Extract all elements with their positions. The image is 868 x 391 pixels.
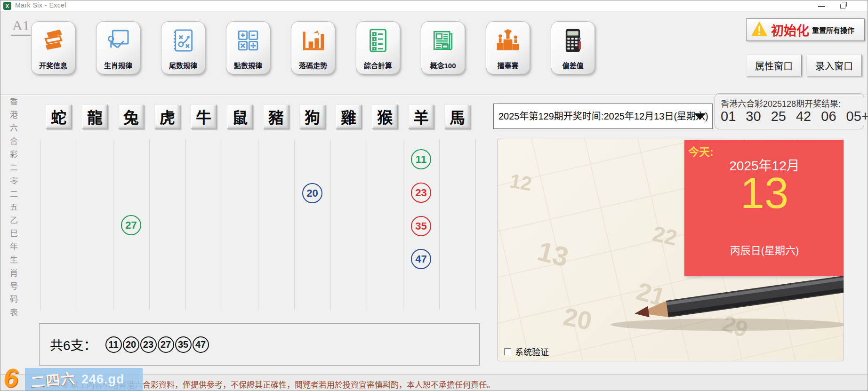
summary-label: 共6支：	[50, 335, 97, 354]
podium-icon	[494, 26, 522, 55]
toolbar-button-arena[interactable]: 擂臺賽	[486, 21, 530, 74]
watermark-domain: 246.gd	[81, 372, 125, 387]
zodiac-button-goat[interactable]: 羊	[408, 104, 434, 129]
watermark: 6 二四六 246.gd	[0, 366, 151, 391]
initialize-button[interactable]: 初始化 重置所有操作	[746, 18, 865, 41]
zodiac-button-dog[interactable]: 狗	[299, 104, 325, 129]
calendar-faint-number: 12	[508, 169, 533, 195]
results-title: 香港六合彩2025128期开奖结果:	[721, 97, 841, 109]
summary-ball-27: 27	[158, 336, 174, 353]
toolbar-button-label: 落碼走勢	[291, 60, 335, 70]
summary-ball-20: 20	[123, 336, 139, 353]
zodiac-button-pig[interactable]: 豬	[263, 104, 289, 129]
number-ball-20: 20	[302, 183, 322, 203]
math-operations-icon	[234, 26, 262, 55]
summary-box: 共6支： 11 20 23 27 35 47	[39, 323, 480, 366]
toolbar-button-label: 偏差值	[551, 60, 595, 70]
toolbar-button-label: 綜合計算	[356, 60, 400, 70]
number-ball-11: 11	[411, 149, 431, 169]
watermark-badge: 二四六 246.gd	[25, 368, 143, 391]
newspaper-icon	[429, 26, 457, 55]
period-select[interactable]: 2025年第129期开奖时间:2025年12月13日(星期六)	[493, 104, 713, 129]
number-ball-27: 27	[121, 215, 141, 235]
sidebar-vertical-title: 香港六合彩二零二五乙巳年生肖号码表	[7, 97, 19, 323]
checkbox-label: 系统验证	[515, 345, 549, 358]
zodiac-button-horse[interactable]: 馬	[444, 104, 470, 129]
calendar-panel: 12 13 20 21 29 22 今天: 2025年12月 13 丙辰日(星期…	[497, 138, 844, 361]
toolbar-button-label: 擂臺賽	[486, 60, 530, 70]
warning-icon	[750, 21, 768, 39]
app-window: X Mark Six - Excel A1 开奖信息 生肖规律 尾数规律 點數規…	[0, 0, 868, 391]
number-ball-35: 35	[411, 216, 431, 236]
toolbar-button-label: 尾数规律	[161, 60, 205, 70]
excel-icon: X	[3, 2, 11, 10]
zodiac-button-monkey[interactable]: 猴	[372, 104, 398, 129]
toolbar-button-label: 概念100	[421, 60, 465, 70]
watermark-logo: 6	[3, 365, 18, 391]
properties-window-button[interactable]: 属性窗口	[746, 55, 802, 76]
number-ball-23: 23	[411, 183, 431, 203]
toolbar-button-point-rule[interactable]: 點數規律	[226, 21, 270, 74]
window-title: Mark Six - Excel	[15, 1, 66, 9]
summary-ball-35: 35	[175, 336, 192, 353]
pencil-image	[587, 265, 844, 341]
period-select-value: 2025年第129期开奖时间:2025年12月13日(星期六)	[498, 111, 708, 121]
bar-chart-icon	[299, 26, 327, 55]
initialize-label: 初始化	[771, 21, 809, 39]
books-icon	[40, 26, 67, 55]
zodiac-button-rooster[interactable]: 雞	[336, 104, 362, 129]
summary-ball-11: 11	[105, 336, 122, 353]
toolbar-button-label: 生肖规律	[96, 60, 140, 70]
zodiac-button-tiger[interactable]: 虎	[154, 104, 180, 129]
checklist-icon	[364, 26, 392, 55]
strategy-notebook-icon	[169, 26, 197, 55]
chevron-down-icon	[694, 113, 706, 120]
today-date-card: 今天: 2025年12月 13 丙辰日(星期六)	[684, 140, 844, 276]
toolbar-button-concept-100[interactable]: 概念100	[421, 21, 465, 74]
minimize-icon[interactable]	[818, 6, 825, 7]
system-verify-checkbox[interactable]: 系统验证	[504, 345, 549, 358]
toolbar-button-draw-info[interactable]: 开奖信息	[31, 21, 75, 74]
presenter-icon	[104, 26, 132, 55]
toolbar-button-zodiac-rule[interactable]: 生肖规律	[96, 21, 140, 74]
watermark-brand: 二四六	[30, 367, 76, 391]
restore-icon[interactable]	[840, 4, 845, 8]
toolbar-button-tail-rule[interactable]: 尾数规律	[161, 21, 205, 74]
number-ball-47: 47	[411, 249, 431, 269]
toolbar-button-label: 點數規律	[226, 60, 270, 70]
title-bar: X Mark Six - Excel	[0, 0, 868, 11]
zodiac-button-snake[interactable]: 蛇	[46, 104, 72, 129]
checkbox-icon[interactable]	[504, 348, 511, 355]
toolbar-button-trend[interactable]: 落碼走勢	[291, 21, 335, 74]
summary-ball-47: 47	[193, 336, 209, 353]
initialize-sublabel: 重置所有操作	[812, 25, 854, 35]
entry-window-button[interactable]: 录入窗口	[806, 55, 862, 76]
cell-name-box: A1	[11, 17, 31, 36]
zodiac-button-rabbit[interactable]: 兔	[118, 104, 144, 129]
zodiac-button-ox[interactable]: 牛	[191, 104, 217, 129]
calendar-day: 13	[684, 168, 844, 218]
zodiac-button-dragon[interactable]: 龍	[82, 104, 108, 129]
summary-ball-23: 23	[140, 336, 157, 353]
results-panel: 香港六合彩2025128期开奖结果: 01 30 25 42 06 05+43	[715, 93, 864, 129]
toolbar-button-deviation[interactable]: 偏差值	[551, 21, 595, 74]
calculator-icon	[559, 26, 587, 55]
calendar-day-info: 丙辰日(星期六)	[684, 242, 844, 257]
zodiac-button-rat[interactable]: 鼠	[227, 104, 253, 129]
toolbar-button-composite-calc[interactable]: 綜合計算	[356, 21, 400, 74]
toolbar-button-label: 开奖信息	[32, 60, 75, 70]
results-numbers: 01 30 25 42 06 05+43	[721, 109, 868, 124]
